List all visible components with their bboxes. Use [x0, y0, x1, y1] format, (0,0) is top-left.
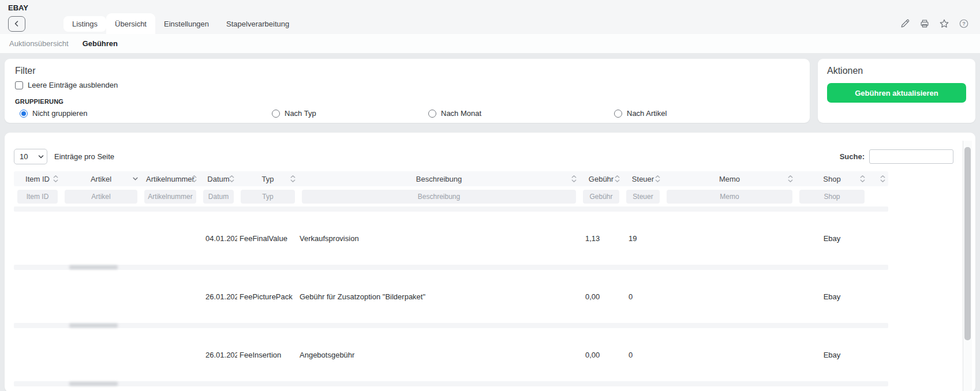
radio-nicht-gruppieren[interactable]: Nicht gruppieren — [20, 109, 272, 118]
cell-artikel — [61, 212, 141, 265]
page-size-select[interactable]: 10 — [14, 149, 47, 164]
subnav-item-gebuhren[interactable]: Gebühren — [83, 39, 118, 48]
redacted-text — [69, 324, 118, 328]
column-header-label: Gebühr — [589, 175, 614, 183]
column-header-label: Typ — [262, 175, 274, 183]
help-icon: ? — [959, 18, 969, 29]
help-icon-button[interactable]: ? — [957, 17, 971, 31]
cell-shop: Ebay — [796, 328, 868, 381]
scrollbar-thumb[interactable] — [964, 147, 971, 340]
table-row[interactable]: 04.01.2020FeeFinalValueVerkaufsprovision… — [14, 212, 888, 265]
tab-stapelverarbeitung[interactable]: Stapelverarbeitung — [218, 16, 298, 32]
cards-row: Filter Leere Einträge ausblenden GRUPPIE… — [5, 59, 975, 123]
cell-memo — [663, 270, 796, 323]
favorite-icon — [939, 18, 949, 29]
column-header-label: Beschreibung — [416, 175, 462, 183]
filter-card: Filter Leere Einträge ausblenden GRUPPIE… — [5, 59, 810, 123]
sort-desc-icon — [133, 177, 138, 181]
cell-steuer: 0 — [623, 328, 663, 381]
hide-empty-entries-checkbox-row[interactable]: Leere Einträge ausblenden — [15, 81, 799, 89]
page-size-label: Einträge pro Seite — [54, 152, 114, 161]
sort-both-icon — [571, 175, 577, 183]
redacted-text — [69, 382, 118, 386]
cell-datum: 26.01.2020 — [200, 270, 237, 323]
cell-beschreibung: Angebotsgebühr — [298, 328, 579, 381]
column-header-gebuhr[interactable]: Gebühr — [579, 171, 623, 186]
column-header-datum[interactable]: Datum — [200, 171, 237, 186]
column-header-shop[interactable]: Shop — [796, 171, 868, 186]
sort-both-icon — [229, 175, 234, 183]
radio-label: Nach Artikel — [627, 109, 667, 118]
cell-memo — [663, 328, 796, 381]
radio-nach-artikel[interactable]: Nach Artikel — [614, 109, 799, 118]
update-fees-button[interactable]: Gebühren aktualisieren — [827, 83, 966, 103]
column-header-label: Shop — [823, 175, 840, 183]
cell-typ: FeeFinalValue — [237, 212, 298, 265]
column-header-beschreibung[interactable]: Beschreibung — [298, 171, 579, 186]
radio-unselected-icon — [428, 110, 436, 118]
cell-gebuehr: 1,13 — [579, 212, 623, 265]
search-input[interactable] — [869, 149, 953, 164]
subnav-item-auktionsubersicht[interactable]: Auktionsübersicht — [9, 39, 69, 48]
page-size-select-wrap: 10 — [14, 149, 47, 164]
main-content: Filter Leere Einträge ausblenden GRUPPIE… — [0, 53, 980, 391]
column-filter-input-typ[interactable] — [241, 190, 295, 204]
print-icon-button[interactable] — [918, 17, 932, 31]
actions-card-title: Aktionen — [827, 66, 966, 76]
cell-beschreibung: Verkaufsprovision — [298, 212, 579, 265]
edit-icon-button[interactable] — [898, 17, 912, 31]
cell-datum: 04.01.2020 — [200, 212, 237, 265]
cell-artikelnummer — [141, 212, 200, 265]
column-header-label: Datum — [207, 175, 229, 183]
sort-both-icon — [192, 175, 197, 183]
page-size-controls: 10 Einträge pro Seite — [14, 149, 114, 164]
column-header-artikelnummer[interactable]: Artikelnummer — [141, 171, 200, 186]
column-filter-input-beschreibung[interactable] — [302, 190, 576, 204]
favorite-icon-button[interactable] — [937, 17, 951, 31]
radio-unselected-icon — [614, 110, 622, 118]
sort-both-icon — [788, 175, 793, 183]
checkbox-unchecked-icon[interactable] — [15, 81, 23, 89]
grouping-radio-group: Nicht gruppierenNach TypNach MonatNach A… — [15, 109, 799, 118]
grouping-label: GRUPPIERUNG — [15, 98, 799, 105]
cell-steuer: 0 — [623, 270, 663, 323]
edit-icon — [900, 18, 910, 29]
cell-datum: 26.01.2020 — [200, 328, 237, 381]
fees-table-card: 10 Einträge pro Seite Suche: Item IDArti… — [5, 133, 975, 391]
column-filter-input-artikel[interactable] — [65, 190, 137, 204]
chevron-left-icon — [13, 20, 20, 27]
search-controls: Suche: — [840, 149, 953, 164]
row-divider — [14, 381, 888, 386]
column-filter-input-artikelnummer[interactable] — [144, 190, 196, 204]
row-divider — [14, 265, 888, 270]
radio-unselected-icon — [272, 110, 280, 118]
table-row[interactable]: 26.01.2020FeeInsertionAngebotsgebühr0,00… — [14, 328, 888, 381]
radio-selected-icon — [20, 110, 28, 118]
vertical-scrollbar[interactable] — [963, 141, 972, 391]
app-title: EBAY — [0, 0, 980, 13]
back-button[interactable] — [8, 16, 25, 32]
table-filter-row — [14, 186, 888, 206]
column-header-actions[interactable] — [868, 171, 888, 186]
radio-nach-monat[interactable]: Nach Monat — [428, 109, 614, 118]
column-filter-input-item-id[interactable] — [17, 190, 58, 204]
column-header-artikel[interactable]: Artikel — [61, 171, 141, 186]
column-header-typ[interactable]: Typ — [237, 171, 298, 186]
column-header-label: Artikel — [91, 175, 111, 183]
tab-row: ListingsÜbersichtEinstellungenStapelvera… — [0, 13, 980, 34]
cell-typ: FeeInsertion — [237, 328, 298, 381]
table-row[interactable]: 26.01.2020FeePicturePackGebühr für Zusat… — [14, 270, 888, 323]
column-filter-input-memo[interactable] — [667, 190, 792, 204]
column-header-steuer[interactable]: Steuer — [623, 171, 663, 186]
tab-ubersicht[interactable]: Übersicht — [106, 13, 155, 34]
column-filter-input-shop[interactable] — [799, 190, 865, 204]
tab-listings[interactable]: Listings — [63, 16, 106, 32]
column-filter-input-gebuhr[interactable] — [583, 190, 619, 204]
column-header-item-id[interactable]: Item ID — [14, 171, 61, 186]
cell-artikelnummer — [141, 270, 200, 323]
column-header-memo[interactable]: Memo — [663, 171, 796, 186]
column-filter-input-datum[interactable] — [203, 190, 234, 204]
tab-einstellungen[interactable]: Einstellungen — [155, 16, 218, 32]
radio-nach-typ[interactable]: Nach Typ — [272, 109, 428, 118]
column-filter-input-steuer[interactable] — [626, 190, 660, 204]
